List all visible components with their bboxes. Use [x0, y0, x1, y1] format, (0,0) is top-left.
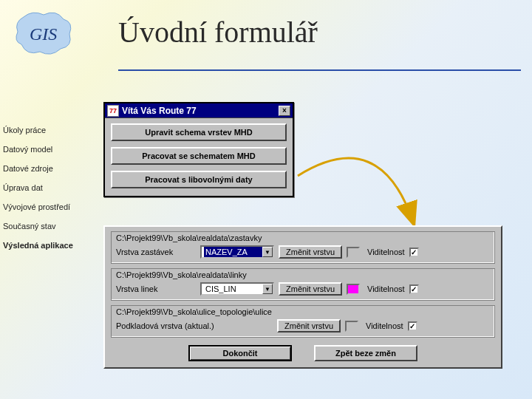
welcome-dialog: 77 Vítá Vás Route 77 × Upravit schema vr…: [103, 102, 294, 197]
welcome-dialog-title: Vítá Vás Route 77: [122, 106, 279, 116]
zastavky-visibility-checkbox[interactable]: ✓: [409, 248, 419, 257]
ulice-visibility-checkbox[interactable]: ✓: [408, 321, 417, 331]
group-ulice-path: C:\Projekt99\Vb_skola\ulice_topologie\ul…: [116, 307, 490, 316]
finish-button[interactable]: Dokončit: [188, 345, 292, 361]
sidebar-item-soucasny-stav[interactable]: Současný stav: [3, 222, 99, 231]
linky-dropdown-value: CIS_LIN: [204, 284, 262, 294]
layers-dialog: C:\Projekt99\Vb_skola\realdata\zastavky …: [103, 225, 502, 369]
sidebar-item-vyvojove-prostredi[interactable]: Vývojové prostředí: [3, 202, 99, 211]
work-any-data-button[interactable]: Pracovat s libovolnými daty: [111, 171, 287, 188]
sidebar-item-uprava-dat[interactable]: Úprava dat: [3, 183, 99, 192]
group-zastavky: C:\Projekt99\Vb_skola\realdata\zastavky …: [111, 231, 495, 264]
linky-visibility-checkbox[interactable]: ✓: [409, 284, 419, 294]
page-title: Úvodní formulář: [118, 15, 318, 50]
sidebar-item-datovy-model[interactable]: Datový model: [3, 145, 99, 154]
ulice-change-button[interactable]: Změnit vrstvu: [277, 319, 341, 332]
zastavky-dropdown[interactable]: NAZEV_ZA ▼: [200, 245, 274, 259]
back-without-changes-button[interactable]: Zpět beze změn: [314, 345, 417, 361]
sidebar-item-ukoly[interactable]: Úkoly práce: [3, 126, 99, 134]
sidebar-item-vysledna-aplikace[interactable]: Výsledná aplikace: [3, 241, 99, 250]
group-zastavky-path: C:\Projekt99\Vb_skola\realdata\zastavky: [116, 233, 490, 242]
linky-change-button[interactable]: Změnit vrstvu: [279, 282, 342, 296]
chevron-down-icon: ▼: [262, 247, 273, 257]
welcome-dialog-body: Upravit schema vrstev MHD Pracovat se sc…: [105, 118, 293, 196]
zastavky-label: Vrstva zastávek: [116, 248, 196, 256]
linky-dropdown[interactable]: CIS_LIN ▼: [200, 282, 274, 296]
ulice-label: Podkladová vrstva (aktual.): [116, 321, 273, 330]
ulice-visibility-label: Viditelnost: [366, 321, 403, 330]
linky-label: Vrstva linek: [116, 284, 196, 293]
sidebar-item-datove-zdroje[interactable]: Datové zdroje: [3, 164, 99, 173]
sidebar: Úkoly práce Datový model Datové zdroje Ú…: [3, 126, 99, 260]
title-underline: [118, 69, 521, 71]
close-icon[interactable]: ×: [279, 106, 290, 116]
edit-mhd-schema-button[interactable]: Upravit schema vrstev MHD: [111, 123, 287, 141]
chevron-down-icon: ▼: [262, 284, 273, 294]
welcome-dialog-titlebar: 77 Vítá Vás Route 77 ×: [105, 103, 293, 118]
zastavky-color-swatch[interactable]: [347, 247, 360, 258]
zastavky-dropdown-value: NAZEV_ZA: [204, 247, 262, 257]
zastavky-visibility-label: Viditelnost: [367, 248, 405, 256]
linky-color-swatch[interactable]: [347, 284, 360, 295]
group-ulice: C:\Projekt99\Vb_skola\ulice_topologie\ul…: [111, 305, 495, 338]
zastavky-change-button[interactable]: Změnit vrstvu: [279, 245, 342, 259]
logo: GIS: [10, 6, 77, 61]
route77-icon: 77: [107, 105, 119, 117]
layers-dialog-footer: Dokončit Zpět beze změn: [111, 342, 495, 361]
svg-text:GIS: GIS: [30, 24, 57, 44]
group-linky-path: C:\Projekt99\Vb_skola\realdata\linky: [116, 270, 490, 279]
linky-visibility-label: Viditelnost: [367, 284, 405, 293]
ulice-color-swatch[interactable]: [345, 321, 358, 332]
group-linky: C:\Projekt99\Vb_skola\realdata\linky Vrs…: [111, 268, 495, 301]
work-mhd-schema-button[interactable]: Pracovat se schematem MHD: [111, 147, 287, 165]
